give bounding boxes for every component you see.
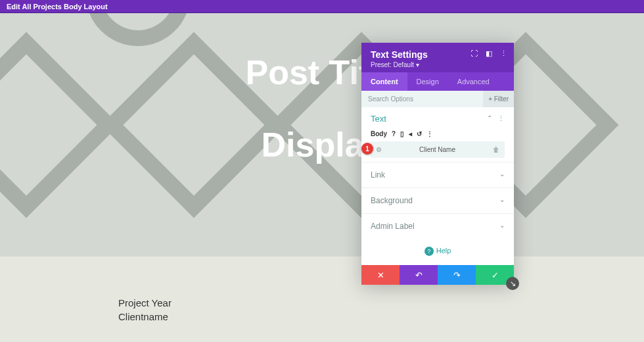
builder-canvas: Post Title Display Project Year Clientna… [0,13,644,342]
decorative-circle [85,13,191,46]
project-year-label: Project Year [118,296,172,310]
display-placeholder: Display [0,125,644,164]
modal-footer: ✕ ↶ ↷ ✓ [361,265,514,285]
tab-content[interactable]: Content [361,72,407,91]
section-text-header[interactable]: Text ⌃ ⋮ [371,114,505,124]
expand-icon[interactable]: ⛶ [471,49,478,58]
chevron-down-icon: ⌄ [499,170,505,180]
body-field-label: Body ? ▯ ◂ ↺ ⋮ [371,130,505,137]
hero-section: Post Title Display [0,13,644,256]
cancel-button[interactable]: ✕ [361,265,400,285]
tab-advanced[interactable]: Advanced [448,72,499,91]
more-icon[interactable]: ⋮ [500,49,507,58]
post-title-placeholder: Post Title [0,53,644,92]
section-background[interactable]: Background ⌄ [361,187,514,213]
filter-button[interactable]: + Filter [483,91,514,107]
body-field-row[interactable]: 1 ⚙ Client Name 🗑 [371,141,505,158]
text-settings-modal: Text Settings Preset: Default ▾ ⛶ ◧ ⋮ Co… [361,43,514,285]
tooltip-badge: 1 [361,143,373,155]
help-badge-icon: ? [425,247,434,256]
search-row: Search Options + Filter [361,91,514,107]
search-input[interactable]: Search Options [361,91,483,107]
section-admin-label[interactable]: Admin Label ⌄ [361,213,514,239]
modal-header[interactable]: Text Settings Preset: Default ▾ ⛶ ◧ ⋮ [361,43,514,72]
tablet-icon[interactable]: ▯ [400,130,404,137]
section-link[interactable]: Link ⌄ [361,162,514,187]
resize-handle[interactable]: ↘ [506,277,519,290]
field-more-icon[interactable]: ⋮ [426,130,433,137]
top-bar-title: Edit All Projects Body Layout [7,3,108,11]
chevron-down-icon: ⌄ [499,196,505,205]
reset-icon[interactable]: ↺ [417,130,422,137]
trash-icon[interactable]: 🗑 [493,146,499,153]
hover-icon[interactable]: ◂ [409,130,412,137]
snap-icon[interactable]: ◧ [486,49,492,58]
section-more-icon[interactable]: ⋮ [497,114,505,123]
collapse-icon[interactable]: ⌃ [487,114,492,123]
redo-button[interactable]: ↷ [438,265,476,285]
top-bar: Edit All Projects Body Layout [0,0,644,13]
gear-icon[interactable]: ⚙ [376,146,382,153]
modal-preset[interactable]: Preset: Default ▾ [371,61,505,68]
client-name-label: Clientname [118,310,172,324]
project-meta: Project Year Clientname [118,296,172,324]
undo-button[interactable]: ↶ [400,265,438,285]
tab-design[interactable]: Design [407,72,448,91]
chevron-down-icon: ⌄ [499,222,505,231]
help-link[interactable]: ?Help [361,239,514,265]
body-field-value: Client Name [382,146,493,153]
help-icon[interactable]: ? [392,130,396,137]
modal-tabs: Content Design Advanced [361,72,514,91]
section-text-title: Text [371,114,386,124]
